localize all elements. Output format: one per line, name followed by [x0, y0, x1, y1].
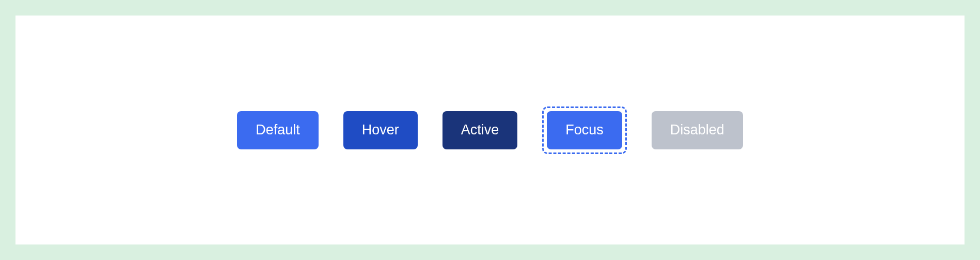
button-states-panel: Default Hover Active Focus Disabled	[15, 16, 965, 244]
default-button[interactable]: Default	[237, 111, 319, 149]
hover-button[interactable]: Hover	[343, 111, 418, 149]
active-button[interactable]: Active	[442, 111, 518, 149]
focus-button[interactable]: Focus	[547, 111, 622, 149]
focus-outline: Focus	[542, 106, 627, 154]
disabled-button: Disabled	[652, 111, 743, 149]
